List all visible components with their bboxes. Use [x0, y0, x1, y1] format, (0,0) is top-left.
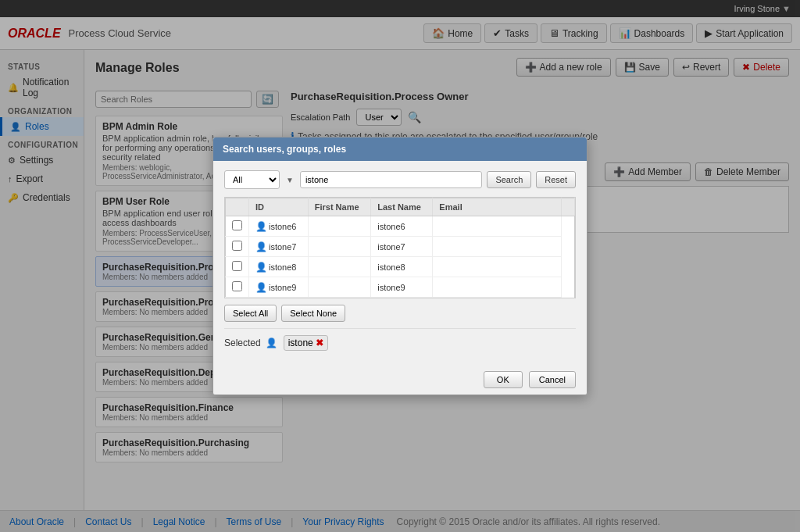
row-lastname: istone6 [371, 216, 433, 237]
lastname-col-header: Last Name [371, 198, 433, 216]
modal-body: All Users Groups Roles ▼ Search Reset ID [213, 161, 587, 365]
row-email [433, 257, 562, 277]
dropdown-arrow-icon: ▼ [286, 176, 294, 184]
row-id: 👤istone9 [249, 277, 309, 298]
modal-reset-button[interactable]: Reset [536, 171, 576, 188]
row-email [433, 237, 562, 257]
row-checkbox[interactable] [226, 237, 249, 257]
row-firstname [308, 257, 370, 277]
checkbox-col-header [226, 198, 249, 216]
row-firstname: Irving [308, 298, 370, 299]
row-lastname: istone8 [371, 257, 433, 277]
results-table: ID First Name Last Name Email 👤istone6 i… [225, 198, 575, 298]
modal-title: Search users, groups, roles [223, 144, 346, 155]
row-firstname [308, 216, 370, 237]
modal-overlay: Search users, groups, roles All Users Gr… [0, 0, 800, 532]
email-col-header: Email [433, 198, 562, 216]
row-lastname: istone9 [371, 277, 433, 298]
selected-user-icon: 👤 [266, 337, 277, 348]
search-modal: Search users, groups, roles All Users Gr… [212, 137, 588, 395]
table-row[interactable]: 👤istone6 istone6 [226, 216, 575, 237]
row-email [433, 216, 562, 237]
row-email: Istone@emailExample.com [433, 298, 562, 299]
user-icon: 👤 [255, 241, 267, 252]
table-row[interactable]: 👤istone Irving Stone Istone@emailExample… [226, 298, 575, 299]
firstname-col-header: First Name [308, 198, 370, 216]
table-row[interactable]: 👤istone7 istone7 [226, 237, 575, 257]
row-checkbox[interactable] [226, 257, 249, 277]
selected-label: Selected [224, 337, 261, 348]
row-lastname: istone7 [371, 237, 433, 257]
scroll-col-header [562, 198, 575, 216]
modal-footer: OK Cancel [213, 365, 587, 395]
modal-search-row: All Users Groups Roles ▼ Search Reset [224, 170, 576, 189]
row-lastname: Stone [371, 298, 433, 299]
modal-header: Search users, groups, roles [213, 137, 587, 161]
row-id: 👤istone6 [249, 216, 309, 237]
selected-tag: istone ✖ [284, 335, 328, 351]
table-row[interactable]: 👤istone9 istone9 [226, 277, 575, 298]
user-icon: 👤 [255, 282, 267, 293]
row-firstname [308, 277, 370, 298]
remove-tag-button[interactable]: ✖ [316, 337, 323, 348]
selected-row: Selected 👤 istone ✖ [224, 335, 576, 351]
row-id: 👤istone [249, 298, 309, 299]
cancel-button[interactable]: Cancel [529, 371, 576, 388]
row-checkbox[interactable] [226, 298, 249, 299]
ok-button[interactable]: OK [484, 371, 523, 388]
row-id: 👤istone8 [249, 257, 309, 277]
user-icon: 👤 [255, 221, 267, 232]
row-id: 👤istone7 [249, 237, 309, 257]
table-row[interactable]: 👤istone8 istone8 [226, 257, 575, 277]
row-checkbox[interactable] [226, 216, 249, 237]
user-icon: 👤 [255, 262, 267, 273]
row-firstname [308, 237, 370, 257]
select-all-button[interactable]: Select All [224, 305, 277, 322]
select-none-button[interactable]: Select None [281, 305, 345, 322]
id-col-header: ID [249, 198, 309, 216]
row-email [433, 277, 562, 298]
select-row: Select All Select None [224, 305, 576, 322]
divider [224, 328, 576, 329]
row-checkbox[interactable] [226, 277, 249, 298]
selected-tag-text: istone [288, 337, 313, 348]
modal-search-button[interactable]: Search [487, 171, 531, 188]
modal-search-input[interactable] [300, 171, 482, 188]
modal-type-select[interactable]: All Users Groups Roles [224, 170, 280, 189]
results-table-wrapper: ID First Name Last Name Email 👤istone6 i… [224, 197, 576, 298]
